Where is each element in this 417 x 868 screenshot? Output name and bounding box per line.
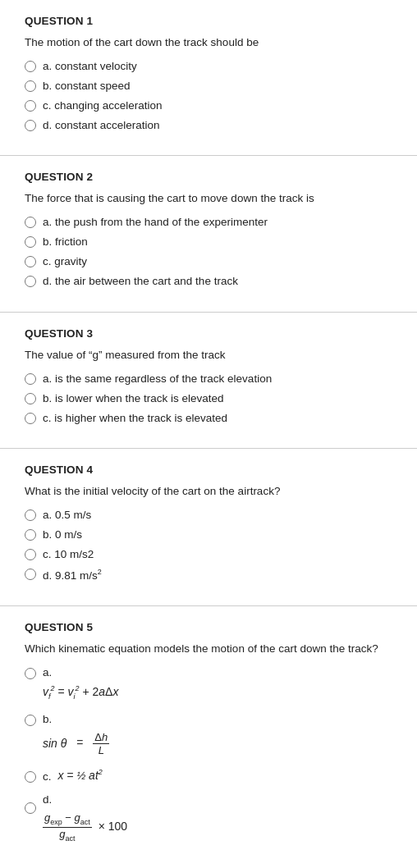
option-q1d[interactable]: d. constant acceleration [25, 118, 392, 134]
radio-q5d[interactable] [25, 802, 36, 814]
fraction-gexp-gact: gexp − gact gact [43, 811, 92, 843]
radio-q1c[interactable] [25, 100, 36, 112]
question-5-text: Which kinematic equation models the moti… [25, 642, 392, 657]
math-q5c: x = ½ at2 [57, 769, 102, 782]
option-q2a-label: a. the push from the hand of the experim… [43, 215, 268, 231]
radio-q2b[interactable] [25, 236, 36, 248]
option-q4d-label: d. 9.81 m/s2 [43, 567, 102, 583]
option-q4a-label: a. 0.5 m/s [43, 508, 91, 523]
radio-q2d[interactable] [25, 276, 36, 287]
math-q5d: gexp − gact gact × 100 [43, 811, 127, 843]
question-1-block: QUESTION 1 The motion of the cart down t… [0, 0, 417, 156]
option-q5b-label: b. [43, 713, 52, 725]
radio-q3b[interactable] [25, 393, 36, 404]
radio-q4b[interactable] [25, 529, 36, 541]
option-q2b-label: b. friction [43, 235, 88, 250]
option-q1a-label: a. constant velocity [43, 59, 137, 75]
option-q1a[interactable]: a. constant velocity [25, 59, 392, 75]
radio-q5c[interactable] [25, 771, 36, 783]
option-q5c-label: c. [43, 770, 52, 782]
radio-q3a[interactable] [25, 373, 36, 385]
fraction-dh-L: Δh L [93, 731, 109, 757]
option-q4b-label: b. 0 m/s [43, 528, 82, 543]
radio-q1b[interactable] [25, 80, 36, 92]
option-q4d[interactable]: d. 9.81 m/s2 [25, 567, 392, 583]
option-q1d-label: d. constant acceleration [43, 118, 160, 134]
question-2-block: QUESTION 2 The force that is causing the… [0, 156, 417, 312]
option-q5d[interactable]: d. gexp − gact gact × 100 [25, 793, 392, 847]
radio-q5b[interactable] [25, 715, 36, 726]
option-q5a-label: a. [43, 666, 52, 678]
option-q2d-label: d. the air between the cart and the trac… [43, 274, 238, 290]
question-5-title: QUESTION 5 [25, 621, 392, 633]
question-2-title: QUESTION 2 [25, 171, 392, 183]
question-5-block: QUESTION 5 Which kinematic equation mode… [0, 606, 417, 868]
radio-q4c[interactable] [25, 549, 36, 560]
math-q5b: sin θ = Δh L [43, 731, 109, 757]
radio-q2a[interactable] [25, 217, 36, 228]
option-q2b[interactable]: b. friction [25, 235, 392, 250]
question-3-block: QUESTION 3 The value of “g” measured fro… [0, 313, 417, 450]
radio-q3c[interactable] [25, 413, 36, 424]
radio-q2c[interactable] [25, 256, 36, 267]
option-q3a-label: a. is the same regardless of the track e… [43, 372, 272, 387]
option-q2a[interactable]: a. the push from the hand of the experim… [25, 215, 392, 231]
radio-q1d[interactable] [25, 120, 36, 131]
question-1-text: The motion of the cart down the track sh… [25, 35, 392, 51]
question-2-text: The force that is causing the cart to mo… [25, 191, 392, 207]
option-q1c-label: c. changing acceleration [43, 98, 163, 114]
radio-q1a[interactable] [25, 61, 36, 72]
option-q1b-label: b. constant speed [43, 79, 131, 94]
question-1-title: QUESTION 1 [25, 15, 392, 27]
option-q3c-label: c. is higher when the track is elevated [43, 411, 227, 427]
option-q5b[interactable]: b. sin θ = Δh L [25, 712, 392, 762]
option-q2c[interactable]: c. gravity [25, 254, 392, 270]
option-q2c-label: c. gravity [43, 254, 87, 270]
option-q3c[interactable]: c. is higher when the track is elevated [25, 411, 392, 427]
option-q5d-label: d. [43, 793, 52, 806]
option-q4a[interactable]: a. 0.5 m/s [25, 508, 392, 523]
option-q5c[interactable]: c. x = ½ at2 [25, 769, 392, 785]
option-q2d[interactable]: d. the air between the cart and the trac… [25, 274, 392, 290]
option-q1b[interactable]: b. constant speed [25, 79, 392, 94]
option-q4b[interactable]: b. 0 m/s [25, 528, 392, 543]
math-q5a: vf2 = vi2 + 2aΔx [43, 684, 118, 700]
question-3-text: The value of “g” measured from the track [25, 348, 392, 363]
option-q4c[interactable]: c. 10 m/s2 [25, 547, 392, 563]
option-q3a[interactable]: a. is the same regardless of the track e… [25, 372, 392, 387]
question-4-title: QUESTION 4 [25, 464, 392, 476]
option-q3b[interactable]: b. is lower when the track is elevated [25, 391, 392, 407]
question-4-text: What is the initial velocity of the cart… [25, 484, 392, 500]
question-4-block: QUESTION 4 What is the initial velocity … [0, 449, 417, 606]
option-q5a[interactable]: a. vf2 = vi2 + 2aΔx [25, 665, 392, 705]
option-q1c[interactable]: c. changing acceleration [25, 98, 392, 114]
option-q4c-label: c. 10 m/s2 [43, 547, 94, 563]
radio-q4a[interactable] [25, 509, 36, 521]
question-3-title: QUESTION 3 [25, 327, 392, 340]
option-q3b-label: b. is lower when the track is elevated [43, 391, 224, 407]
radio-q4d[interactable] [25, 569, 36, 580]
radio-q5a[interactable] [25, 668, 36, 679]
